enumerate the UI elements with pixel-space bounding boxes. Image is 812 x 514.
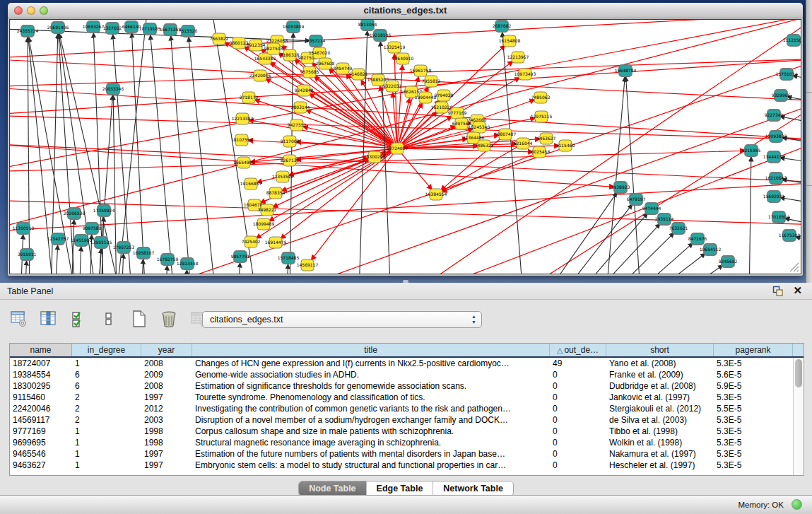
table-cell[interactable]: 9465546 (10, 448, 72, 460)
graph-node-teal[interactable]: 7357214 (307, 35, 326, 47)
table-cell[interactable]: Estimation of significance thresholds fo… (192, 380, 550, 392)
graph-node-teal[interactable]: 11350510 (13, 223, 35, 234)
graph-node-teal[interactable]: 11675300 (779, 230, 801, 241)
network-canvas[interactable]: 1872400718300295224200462718170122133831… (9, 19, 801, 274)
show-columns-icon[interactable] (38, 310, 59, 331)
graph-node-yellow[interactable]: 16154808 (499, 35, 521, 47)
citation-edge-black[interactable] (238, 263, 240, 274)
graph-node-yellow[interactable]: 8912354 (247, 40, 266, 51)
table-selector-dropdown[interactable]: citations_edges.txt ▲▼ (202, 311, 482, 328)
graph-node-yellow[interactable]: 18640910 (392, 53, 414, 64)
citation-edge-black[interactable] (25, 261, 27, 274)
network-window-titlebar[interactable]: citations_edges.txt (8, 3, 803, 18)
citation-edge-red[interactable] (397, 103, 423, 148)
graph-node-yellow[interactable]: 9322037 (383, 81, 402, 92)
graph-node-yellow[interactable]: 14569117 (297, 259, 319, 271)
graph-node-yellow[interactable]: 2718170 (240, 92, 259, 103)
table-cell[interactable]: 1 (72, 358, 141, 369)
graph-node-yellow[interactable]: 9794028 (435, 90, 454, 101)
resize-grip-icon[interactable] (788, 261, 799, 272)
table-cell[interactable]: 1 (72, 426, 141, 437)
graph-node-teal[interactable]: 6466140 (122, 21, 141, 33)
table-cell[interactable]: 9115460 (10, 392, 72, 403)
table-cell[interactable]: 1997 (141, 460, 192, 471)
table-cell[interactable]: Corpus callosum shape and size in male p… (192, 426, 550, 437)
close-panel-icon[interactable]: ✕ (793, 284, 802, 297)
graph-node-yellow[interactable]: 13325419 (384, 42, 406, 53)
graph-node-teal[interactable]: 12923448 (177, 258, 199, 269)
graph-node-yellow[interactable]: 19166857 (240, 178, 262, 189)
table-cell[interactable]: Disruption of a novel member of a sodium… (192, 414, 550, 426)
graph-node-yellow[interactable]: 16914479 (265, 237, 287, 248)
table-cell[interactable]: 0 (550, 380, 606, 392)
column-header-in_degree[interactable]: in_degree (72, 344, 141, 356)
table-cell[interactable]: 9463627 (10, 460, 72, 471)
graph-node-yellow[interactable]: 9463627 (537, 133, 556, 144)
citation-edge-black[interactable] (79, 247, 81, 274)
table-cell[interactable]: 22420046 (10, 403, 72, 414)
float-window-icon[interactable] (772, 286, 784, 297)
graph-node-teal[interactable]: 8813054 (358, 20, 377, 30)
table-cell[interactable]: 49 (550, 358, 606, 369)
table-row[interactable]: 946554611997Estimation of the future num… (10, 448, 793, 460)
table-cell[interactable]: 0 (550, 369, 606, 380)
table-cell[interactable]: 5.3E-5 (714, 358, 793, 369)
table-cell[interactable]: 1 (72, 448, 141, 460)
table-cell[interactable]: 18724007 (10, 358, 72, 369)
table-cell[interactable]: 1 (72, 460, 141, 471)
column-header-title[interactable]: title (192, 344, 550, 356)
citation-edge-red[interactable] (397, 148, 432, 189)
table-row[interactable]: 969969511998Structural magnetic resonanc… (10, 437, 793, 448)
graph-node-teal[interactable]: 16210643 (765, 173, 787, 184)
graph-node-teal[interactable]: 9474444 (642, 203, 661, 214)
table-cell[interactable]: 1997 (141, 448, 192, 460)
citation-edge-black[interactable] (793, 76, 801, 83)
table-cell[interactable]: 0 (550, 392, 606, 403)
table-cell[interactable]: 2008 (141, 358, 192, 369)
graph-node-yellow[interactable]: 8878354 (266, 187, 286, 199)
citation-edge-black[interactable] (671, 265, 723, 274)
citation-edge-red[interactable] (10, 20, 801, 232)
graph-node-teal[interactable]: 16648784 (615, 65, 637, 76)
graph-node-teal[interactable]: 8471676 (688, 233, 707, 245)
table-cell[interactable]: 0 (550, 437, 606, 448)
table-cell[interactable]: Embryonic stem cells: a model to study s… (192, 460, 550, 471)
row-selection-icon[interactable] (98, 310, 119, 331)
select-all-icon[interactable] (69, 310, 90, 331)
table-cell[interactable]: 5.3E-5 (714, 437, 793, 448)
graph-node-teal[interactable]: 1327602 (103, 23, 122, 34)
citation-edge-black[interactable] (780, 117, 801, 125)
citation-edge-black[interactable] (286, 264, 288, 274)
table-cell[interactable]: 2 (72, 392, 141, 403)
table-cell[interactable]: 6 (72, 369, 141, 380)
delete-column-icon[interactable] (158, 310, 180, 331)
table-cell[interactable]: 0 (550, 414, 606, 426)
graph-node-teal[interactable]: 10653267 (83, 21, 105, 33)
graph-node-teal[interactable]: 9329966 (772, 90, 791, 101)
table-cell[interactable]: Nakamura et al. (1997) (606, 448, 714, 460)
graph-node-teal[interactable]: 13505135 (90, 237, 112, 248)
table-cell[interactable]: 5.3E-5 (714, 448, 793, 460)
table-cell[interactable]: 2012 (141, 403, 192, 414)
table-row[interactable]: 977716911998Corpus callosum shape and si… (10, 426, 793, 437)
citation-edge-black[interactable] (141, 259, 143, 274)
table-cell[interactable]: 14569117 (10, 414, 72, 426)
citation-edge-red[interactable] (397, 65, 402, 148)
graph-node-yellow[interactable]: 9117008 (281, 136, 300, 147)
table-cell[interactable]: 1 (72, 437, 141, 448)
table-cell[interactable]: 0 (550, 403, 606, 414)
graph-node-teal[interactable]: 24355724 (17, 25, 39, 37)
table-cell[interactable]: 0 (550, 448, 606, 460)
citation-edge-black[interactable] (122, 254, 124, 274)
graph-node-teal[interactable]: 7632621 (669, 223, 688, 234)
graph-node-yellow[interactable]: 9427552 (288, 119, 307, 131)
column-header-name[interactable]: name (10, 344, 72, 356)
graph-node-teal[interactable]: 17359924 (93, 205, 115, 216)
citation-edge-red[interactable] (399, 140, 801, 274)
citation-edge-red[interactable] (10, 144, 614, 187)
graph-node-teal[interactable]: 9227349 (765, 110, 784, 121)
table-cell[interactable]: 5.3E-5 (714, 392, 793, 403)
citation-edge-black[interactable] (749, 157, 751, 274)
table-cell[interactable]: Stergiakouli et al. (2012) (606, 403, 714, 414)
table-cell[interactable]: 5.3E-5 (714, 426, 793, 437)
